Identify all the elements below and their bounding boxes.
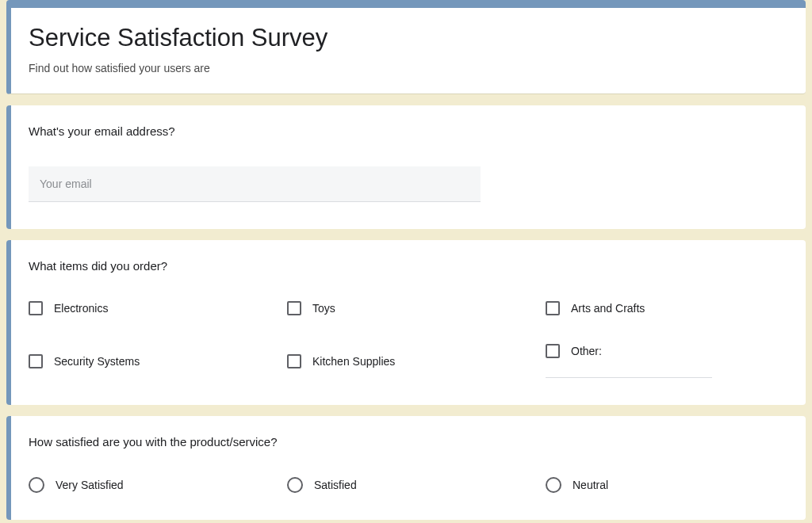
checkbox-icon[interactable] xyxy=(29,301,43,315)
option-label: Electronics xyxy=(54,302,108,315)
option-label: Neutral xyxy=(573,479,608,491)
radio-option[interactable]: Satisfied xyxy=(287,477,530,493)
question-title: What's your email address? xyxy=(29,124,788,138)
radio-options-grid: Very Satisfied Satisfied Neutral xyxy=(29,477,788,493)
form-title: Service Satisfaction Survey xyxy=(29,24,788,52)
radio-icon[interactable] xyxy=(29,477,44,493)
checkbox-icon[interactable] xyxy=(29,354,43,368)
other-text-field[interactable] xyxy=(546,361,712,378)
checkbox-icon[interactable] xyxy=(287,354,301,368)
checkbox-option[interactable]: Toys xyxy=(287,301,530,315)
question-title: How satisfied are you with the product/s… xyxy=(29,435,788,449)
question-card-items: What items did you order? Electronics To… xyxy=(6,240,806,405)
checkbox-icon[interactable] xyxy=(546,301,560,315)
question-title: What items did you order? xyxy=(29,259,788,273)
checkbox-option[interactable]: Electronics xyxy=(29,301,271,315)
option-label: Very Satisfied xyxy=(56,479,124,491)
question-card-email: What's your email address? xyxy=(6,105,806,229)
email-field[interactable] xyxy=(29,166,481,202)
option-label: Arts and Crafts xyxy=(571,302,645,315)
radio-icon[interactable] xyxy=(546,477,561,493)
checkbox-option[interactable]: Security Systems xyxy=(29,344,271,378)
checkbox-option[interactable]: Kitchen Supplies xyxy=(287,344,530,378)
form-header-card: Service Satisfaction Survey Find out how… xyxy=(6,0,806,94)
radio-option[interactable]: Neutral xyxy=(546,477,788,493)
checkbox-options-grid: Electronics Toys Arts and Crafts Securit… xyxy=(29,301,788,378)
radio-icon[interactable] xyxy=(287,477,303,493)
option-label: Kitchen Supplies xyxy=(312,355,395,368)
checkbox-option[interactable]: Arts and Crafts xyxy=(546,301,788,315)
checkbox-option-other[interactable]: Other: xyxy=(546,344,788,378)
question-card-satisfaction: How satisfied are you with the product/s… xyxy=(6,416,806,520)
checkbox-icon[interactable] xyxy=(546,344,560,358)
checkbox-icon[interactable] xyxy=(287,301,301,315)
form-subtitle: Find out how satisfied your users are xyxy=(29,62,788,74)
option-label: Other: xyxy=(571,345,602,357)
radio-option[interactable]: Very Satisfied xyxy=(29,477,271,493)
option-label: Security Systems xyxy=(54,355,140,368)
option-label: Satisfied xyxy=(314,479,357,491)
option-label: Toys xyxy=(312,302,335,315)
